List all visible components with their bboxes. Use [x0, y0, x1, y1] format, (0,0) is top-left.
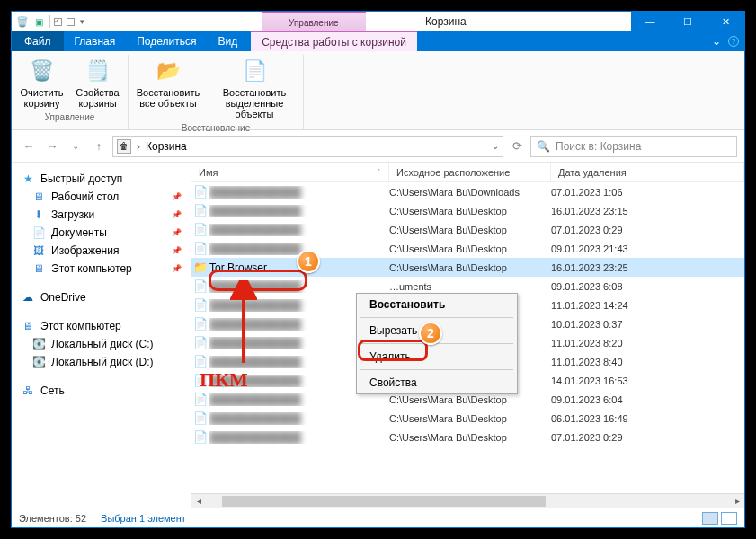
table-row[interactable]: 📄████████████C:\Users\Mara Bu\Desktop06.… — [191, 409, 744, 428]
chevron-down-icon[interactable]: ⌄ — [492, 141, 499, 151]
folder-icon: 📁 — [191, 261, 209, 274]
context-menu-properties[interactable]: Свойства — [357, 372, 517, 393]
nav-pictures[interactable]: 🖼Изображения📌 — [12, 242, 191, 260]
tab-recycle-tools[interactable]: Средства работы с корзиной — [251, 31, 417, 51]
file-location: C:\Users\Mara Bu\Desktop — [389, 394, 551, 405]
folder-icon: 📄 — [191, 242, 209, 255]
scroll-thumb[interactable] — [222, 496, 546, 507]
title-bar: 🗑️ ▣ ▾ Управление Корзина — ☐ ✕ — [12, 12, 744, 31]
qat-dropdown-icon[interactable]: ▾ — [80, 17, 84, 26]
file-date: 07.01.2023 1:06 — [551, 187, 744, 198]
desktop-icon: 🖥 — [31, 190, 46, 203]
qat-item[interactable]: ▣ — [31, 14, 46, 29]
scroll-right-icon[interactable]: ▸ — [730, 494, 744, 508]
table-row[interactable]: 📄████████████C:\Users\Mara Bu\Desktop09.… — [191, 239, 744, 258]
column-date-deleted[interactable]: Дата удаления — [551, 163, 744, 181]
empty-recycle-bin-button[interactable]: 🗑️ Очистить корзину — [14, 55, 70, 110]
icons-view-button[interactable] — [721, 512, 737, 525]
nav-drive-c[interactable]: 💽Локальный диск (C:) — [12, 335, 191, 353]
folder-icon: 📄 — [191, 430, 209, 444]
up-button[interactable]: ↑ — [89, 137, 109, 156]
breadcrumb-location[interactable]: Корзина — [146, 140, 187, 153]
table-row[interactable]: 📄████████████C:\Users\Mara Bu\Desktop07.… — [191, 428, 744, 446]
forward-button[interactable]: → — [42, 137, 62, 156]
folder-icon: 📄 — [191, 185, 209, 199]
tab-share[interactable]: Поделиться — [126, 31, 207, 51]
file-location: C:\Users\Mara Bu\Desktop — [389, 413, 551, 424]
annotation-badge-2: 2 — [419, 322, 442, 345]
file-date: 07.01.2023 0:29 — [551, 432, 744, 443]
pin-icon: 📌 — [172, 228, 182, 237]
file-location: C:\Users\Mara Bu\Desktop — [389, 206, 551, 216]
table-row[interactable]: 📁Tor BrowserC:\Users\Mara Bu\Desktop16.0… — [191, 258, 744, 277]
ribbon-expand-icon[interactable]: ⌄ — [712, 35, 721, 48]
qat-checkbox[interactable] — [67, 18, 75, 26]
properties-icon: 🗒️ — [84, 57, 112, 85]
tab-home[interactable]: Главная — [64, 31, 127, 51]
file-date: 10.01.2023 0:37 — [551, 319, 744, 330]
ribbon-tab-row: Файл Главная Поделиться Вид Средства раб… — [12, 31, 744, 51]
address-bar: ← → ⌄ ↑ 🗑 › Корзина ⌄ ⟳ 🔍 Поиск в: Корзи… — [12, 130, 744, 163]
label: Восстановить выделенные объекты — [212, 87, 297, 119]
column-name[interactable]: Имя˄ — [191, 163, 389, 181]
nav-drive-d[interactable]: 💽Локальный диск (D:) — [12, 353, 191, 371]
tab-file[interactable]: Файл — [12, 31, 64, 51]
file-name: ████████████ — [209, 393, 389, 406]
recycle-bin-icon: 🗑️ — [15, 14, 30, 29]
file-location: C:\Users\Mara Bu\Desktop — [389, 432, 551, 443]
pin-icon: 📌 — [172, 210, 182, 219]
folder-icon: 📄 — [191, 204, 209, 217]
nav-documents[interactable]: 📄Документы📌 — [12, 224, 191, 242]
star-icon: ★ — [21, 172, 35, 185]
details-view-button[interactable] — [702, 512, 718, 525]
column-orig-location[interactable]: Исходное расположение — [389, 163, 551, 181]
network-icon: 🖧 — [21, 384, 35, 397]
annotation-arrow — [230, 280, 257, 367]
quick-access-toolbar: 🗑️ ▣ ▾ — [12, 12, 88, 31]
table-row[interactable]: 📄████████████C:\Users\Mara Bu\Downloads0… — [191, 182, 744, 201]
documents-icon: 📄 — [31, 226, 46, 239]
pc-icon: 🖥 — [21, 320, 35, 332]
horizontal-scrollbar[interactable]: ◂ ▸ — [191, 493, 744, 508]
nav-this-pc-pin[interactable]: 🖥Этот компьютер📌 — [12, 260, 191, 278]
recycle-bin-properties-button[interactable]: 🗒️ Свойства корзины — [70, 55, 126, 110]
nav-onedrive[interactable]: ☁OneDrive — [12, 288, 191, 306]
nav-downloads[interactable]: ⬇Загрузки📌 — [12, 206, 191, 224]
nav-this-pc[interactable]: 🖥Этот компьютер — [12, 317, 191, 335]
restore-all-button[interactable]: 📂 Восстановить все объекты — [129, 55, 207, 121]
file-name: ████████████ — [209, 224, 389, 236]
status-bar: Элементов: 52 Выбран 1 элемент — [12, 508, 744, 527]
nav-network[interactable]: 🖧Сеть — [12, 382, 191, 400]
scroll-left-icon[interactable]: ◂ — [191, 494, 206, 508]
file-date: 07.01.2023 0:29 — [551, 225, 744, 235]
ribbon-group-label: Восстановление — [182, 121, 251, 135]
context-menu-restore[interactable]: Восстановить — [357, 294, 517, 315]
file-name: ████████████ — [209, 205, 389, 217]
minimize-button[interactable]: — — [631, 12, 669, 31]
file-date: 11.01.2023 8:40 — [551, 357, 744, 367]
breadcrumb[interactable]: 🗑 › Корзина ⌄ — [112, 136, 503, 157]
window-title: Корзина — [425, 12, 467, 31]
help-icon[interactable]: ? — [728, 36, 739, 47]
maximize-button[interactable]: ☐ — [669, 12, 707, 31]
search-input[interactable]: 🔍 Поиск в: Корзина — [530, 136, 737, 157]
recycle-bin-empty-icon: 🗑️ — [28, 57, 57, 85]
recent-locations-button[interactable]: ⌄ — [66, 137, 85, 156]
folder-icon: 📄 — [191, 298, 209, 312]
refresh-button[interactable]: ⟳ — [507, 137, 527, 156]
nav-desktop[interactable]: 🖥Рабочий стол📌 — [12, 188, 191, 206]
table-row[interactable]: 📄████████████C:\Users\Mara Bu\Desktop16.… — [191, 201, 744, 220]
tab-view[interactable]: Вид — [207, 31, 248, 51]
back-button[interactable]: ← — [19, 137, 39, 156]
annotation-text-rmb: ПКМ — [200, 368, 248, 392]
file-date: 09.01.2023 21:43 — [551, 243, 744, 254]
qat-checkbox[interactable] — [54, 18, 62, 26]
nav-quick-access[interactable]: ★Быстрый доступ — [12, 170, 191, 188]
table-row[interactable]: 📄████████████C:\Users\Mara Bu\Desktop07.… — [191, 220, 744, 239]
restore-selected-button[interactable]: 📄 Восстановить выделенные объекты — [207, 55, 302, 121]
context-menu-delete[interactable]: Удалить — [357, 346, 517, 367]
close-button[interactable]: ✕ — [707, 12, 744, 31]
view-switcher — [702, 512, 737, 525]
pin-icon: 📌 — [172, 264, 182, 273]
folder-icon: 📄 — [191, 393, 209, 406]
